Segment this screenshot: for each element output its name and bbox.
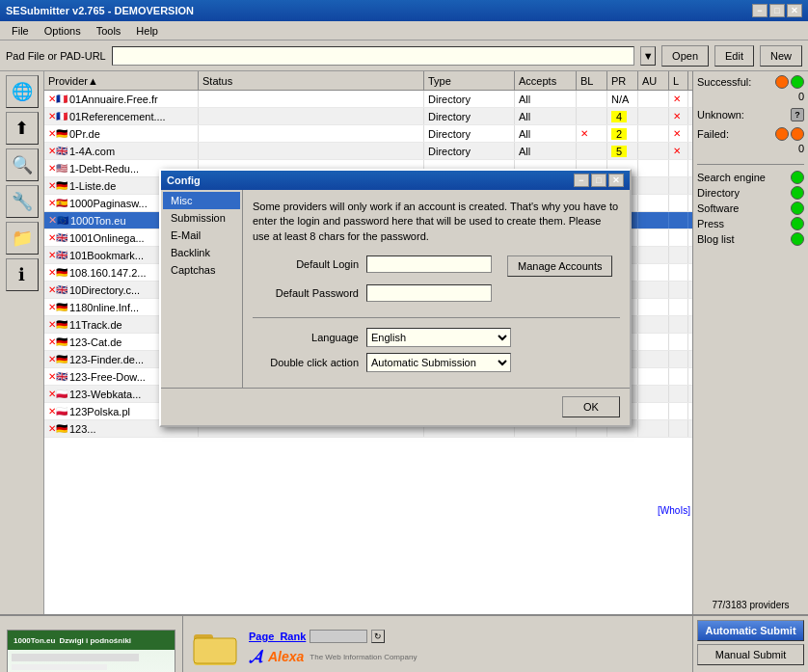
dialog-close-btn[interactable]: ✕ <box>608 174 624 187</box>
double-click-row: Double click action Automatic Submission… <box>253 353 620 372</box>
dialog-sidebar: Misc Submission E-Mail Backlink Captchas <box>161 190 243 388</box>
nav-captchas[interactable]: Captchas <box>163 261 240 279</box>
dialog-maximize-btn[interactable]: □ <box>591 174 606 187</box>
password-row: Default Password <box>253 284 492 302</box>
dialog-description: Some providers will only work if an acco… <box>253 200 620 244</box>
dialog-main-content: Some providers will only work if an acco… <box>243 190 630 388</box>
login-label: Default Login <box>253 258 359 270</box>
double-click-label: Double click action <box>253 357 359 368</box>
dialog-title: Config <box>167 175 201 186</box>
login-input[interactable] <box>366 255 492 273</box>
dialog-title-buttons: − □ ✕ <box>574 174 624 187</box>
dialog-overlay: Config − □ ✕ Misc Submission E-Mail Back… <box>0 0 808 672</box>
double-click-select[interactable]: Automatic Submission Manual Submission <box>366 353 511 372</box>
credentials-fields: Default Login Default Password <box>253 255 492 308</box>
form-divider <box>253 317 620 318</box>
language-label: Language <box>253 332 359 343</box>
nav-misc[interactable]: Misc <box>163 192 240 209</box>
login-row: Default Login <box>253 255 492 273</box>
config-dialog: Config − □ ✕ Misc Submission E-Mail Back… <box>159 169 632 427</box>
dialog-minimize-btn[interactable]: − <box>574 174 589 187</box>
nav-submission[interactable]: Submission <box>163 209 240 227</box>
dialog-footer: OK <box>161 388 630 425</box>
password-input[interactable] <box>366 284 492 302</box>
dialog-ok-button[interactable]: OK <box>562 396 620 417</box>
manage-accounts-button[interactable]: Manage Accounts <box>507 255 612 277</box>
dialog-title-bar: Config − □ ✕ <box>161 171 630 190</box>
language-select[interactable]: English German French Spanish <box>366 328 511 347</box>
nav-backlink[interactable]: Backlink <box>163 244 240 261</box>
password-label: Default Password <box>253 287 359 299</box>
language-row: Language English German French Spanish <box>253 328 620 347</box>
nav-email[interactable]: E-Mail <box>163 227 240 244</box>
credentials-section: Default Login Default Password Manage Ac… <box>253 255 620 308</box>
dialog-body: Misc Submission E-Mail Backlink Captchas… <box>161 190 630 388</box>
